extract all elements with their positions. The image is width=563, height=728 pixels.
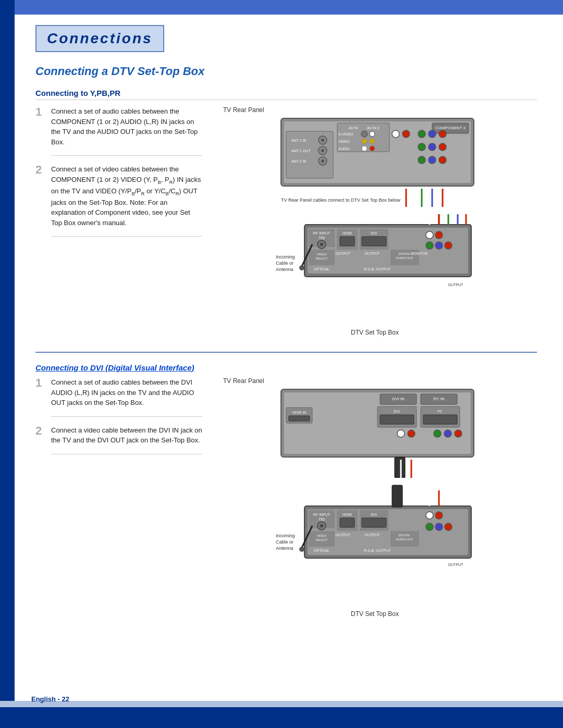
svg-text:MONITOR: MONITOR <box>411 252 428 255</box>
svg-text:DVI IN: DVI IN <box>392 397 405 401</box>
page-number: 22 <box>62 695 69 703</box>
step1-text: Connect a set of audio cables between th… <box>51 106 202 156</box>
svg-point-71 <box>435 231 443 239</box>
svg-text:VIDEO: VIDEO <box>317 534 327 537</box>
svg-point-140 <box>445 523 452 530</box>
svg-text:OPTICAL: OPTICAL <box>314 549 329 552</box>
svg-point-19 <box>370 131 375 137</box>
svg-text:R.G.B. OUTPUT: R.G.B. OUTPUT <box>364 267 391 271</box>
top-bar <box>15 0 563 15</box>
svg-text:DVI: DVI <box>394 410 400 413</box>
svg-text:OUTPUT: OUTPUT <box>448 283 464 287</box>
svg-text:TV Rear Panel cables connect t: TV Rear Panel cables connect to DTV Set … <box>281 198 400 203</box>
svg-text:OUTPUT: OUTPUT <box>448 563 464 566</box>
svg-point-136 <box>426 512 433 519</box>
svg-point-22 <box>370 139 375 144</box>
svg-point-103 <box>434 430 441 437</box>
svg-point-139 <box>435 523 443 530</box>
section-divider <box>35 352 537 353</box>
subsection1-diagram-col: TV Rear Panel COMPONENT 2 ANT <box>213 106 537 336</box>
svg-text:AV IN 2: AV IN 2 <box>367 126 380 130</box>
svg-point-101 <box>397 430 405 437</box>
svg-point-138 <box>426 523 433 530</box>
svg-text:R.G.B. OUTPUT: R.G.B. OUTPUT <box>364 549 391 552</box>
svg-point-25 <box>370 146 375 151</box>
svg-point-36 <box>439 156 446 164</box>
svg-point-84 <box>299 265 304 270</box>
svg-point-28 <box>418 130 425 138</box>
svg-rect-143 <box>392 485 402 507</box>
language-label: English <box>31 695 56 703</box>
svg-text:Cable or: Cable or <box>276 539 293 545</box>
bottom-inner-bar <box>0 701 563 707</box>
dvi-step2-text: Connect a video cable between the DVI IN… <box>51 425 202 454</box>
separator: - <box>58 695 62 703</box>
sidebar-bar <box>0 0 15 728</box>
svg-rect-124 <box>362 518 386 527</box>
subsection1-text-col: 1 Connect a set of audio cables between … <box>35 106 202 336</box>
svg-text:OPTICAL: OPTICAL <box>314 267 329 271</box>
svg-rect-100 <box>423 415 457 424</box>
connection-diagram1: Incoming Cable or Antenna RF INPUT 75Ω <box>273 209 476 326</box>
svg-point-21 <box>362 139 367 144</box>
svg-rect-97 <box>380 415 414 424</box>
subsection1-heading: Connecting to Y,PB,PR <box>35 89 537 100</box>
svg-text:PC: PC <box>437 410 443 413</box>
svg-rect-58 <box>362 237 386 246</box>
svg-point-104 <box>444 430 451 437</box>
tv-rear-panel-svg2: DVI IN PC IN HDMI IN DVI <box>276 387 479 478</box>
subsection2-diagram-col: TV Rear Panel DVI IN PC IN <box>213 377 537 618</box>
svg-text:S-VIDEO: S-VIDEO <box>338 132 353 136</box>
svg-point-34 <box>418 156 425 164</box>
stb-connection-svg1: Incoming Cable or Antenna RF INPUT 75Ω <box>273 209 476 324</box>
svg-point-7 <box>321 139 324 142</box>
svg-text:HDMI: HDMI <box>342 231 352 235</box>
svg-point-10 <box>321 149 324 152</box>
svg-text:VIDEO: VIDEO <box>338 140 350 143</box>
svg-text:Antenna: Antenna <box>276 546 293 551</box>
tv-rear-panel-svg1: COMPONENT 2 ANT 1 IN ANT 1 OUT ANT 2 IN <box>276 116 479 207</box>
svg-text:DIGITAL: DIGITAL <box>399 252 411 255</box>
svg-point-105 <box>455 430 462 437</box>
svg-point-13 <box>321 159 324 163</box>
svg-text:Antenna: Antenna <box>276 267 293 272</box>
svg-point-102 <box>408 430 415 437</box>
step2: 2 Connect a set of video cables between … <box>35 164 202 237</box>
subsection-dvi: Connecting to DVI (Digital Visual Interf… <box>35 363 537 618</box>
svg-text:COMPONENT 2: COMPONENT 2 <box>435 126 466 130</box>
svg-text:SELECT: SELECT <box>315 257 328 260</box>
svg-point-72 <box>426 242 433 249</box>
dvi-step2-number: 2 <box>35 425 46 454</box>
svg-point-52 <box>320 243 323 246</box>
dvi-step1-number: 1 <box>35 377 46 417</box>
dvi-step1-text: Connect a set of audio cables between th… <box>51 377 202 417</box>
title-box: Connections <box>35 25 164 52</box>
step2-text: Connect a set of video cables between th… <box>51 164 202 237</box>
diagram2-label: TV Rear Panel <box>223 377 264 385</box>
page-title: Connections <box>47 30 153 47</box>
svg-text:75Ω: 75Ω <box>318 517 325 521</box>
svg-point-27 <box>402 130 410 138</box>
svg-text:ANT 1 IN: ANT 1 IN <box>291 139 307 142</box>
svg-point-74 <box>445 242 452 249</box>
svg-text:75Ω: 75Ω <box>318 236 325 240</box>
svg-text:OUTPUT: OUTPUT <box>336 252 351 255</box>
svg-point-30 <box>439 130 446 138</box>
svg-rect-121 <box>340 518 354 527</box>
svg-rect-94 <box>289 416 310 421</box>
svg-text:AV IN: AV IN <box>349 126 358 130</box>
subsection1-content: 1 Connect a set of audio cables between … <box>35 106 537 336</box>
svg-point-73 <box>435 242 443 249</box>
svg-text:DVI: DVI <box>371 513 377 516</box>
step1: 1 Connect a set of audio cables between … <box>35 106 202 156</box>
subsection-ypbpr: Connecting to Y,PB,PR 1 Connect a set of… <box>35 89 537 336</box>
svg-point-32 <box>429 143 436 151</box>
svg-text:Incoming: Incoming <box>276 254 295 260</box>
tv-panel-diagram1: COMPONENT 2 ANT 1 IN ANT 1 OUT ANT 2 IN <box>276 116 479 209</box>
step1-number: 1 <box>35 106 46 156</box>
svg-point-26 <box>392 130 399 138</box>
svg-rect-106 <box>395 457 405 478</box>
svg-text:Incoming: Incoming <box>276 533 295 538</box>
svg-text:AUDIO: AUDIO <box>338 147 350 151</box>
dvi-step2: 2 Connect a video cable between the DVI … <box>35 425 202 454</box>
